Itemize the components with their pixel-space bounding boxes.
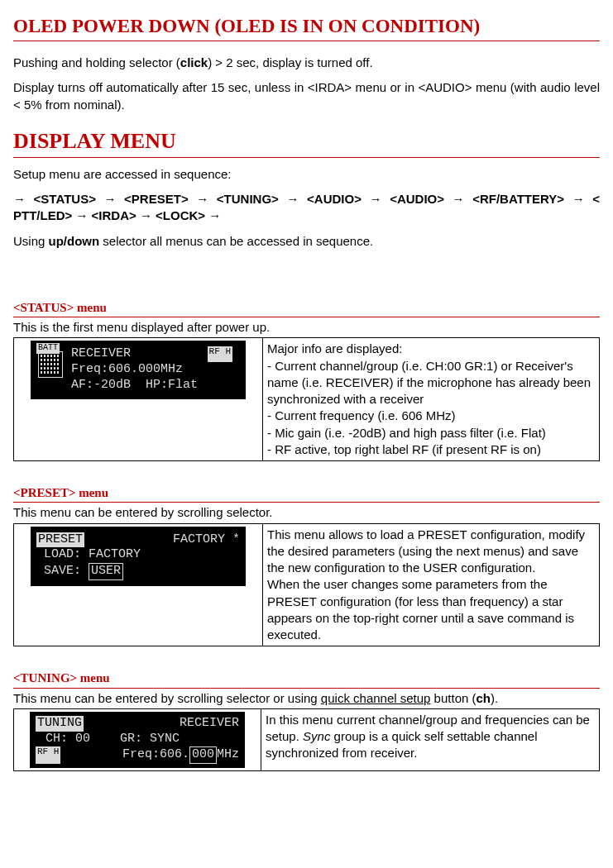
status-lcd: BATT RECEIVER RF H [31, 341, 246, 398]
tuning-lcd-cell: TUNING RECEIVER CH: 00 GR: SYNC RF H Fre… [14, 708, 261, 770]
lcd-receiver: RECEIVER [180, 716, 239, 732]
menu-sequence: → <STATUS> → <PRESET> → <TUNING> → <AUDI… [13, 191, 600, 225]
paragraph-push-hold: Pushing and holding selector (click) > 2… [13, 55, 600, 71]
preset-desc-cell: This menu allows to load a PRESET config… [263, 523, 600, 646]
lcd-load: LOAD: [44, 547, 81, 561]
paragraph-auto-off: Display turns off automatically after 15… [13, 79, 600, 113]
paragraph-setup-intro: Setup menu are accessed in sequence: [13, 166, 600, 183]
battery-icon: BATT [36, 346, 66, 378]
lcd-factory-star: FACTORY * [173, 532, 240, 548]
lcd-af-line: AF:-20dB HP:Flat [71, 378, 232, 393]
lcd-freq-box: 000 [189, 746, 217, 764]
status-desc-cell: Major info are displayed: - Current chan… [263, 338, 600, 461]
heading-display-menu: DISPLAY MENU [13, 126, 600, 158]
text: Pushing and holding selector ( [13, 55, 180, 69]
text: button ( [430, 691, 476, 705]
text: selector all menus can be accessed in se… [99, 234, 373, 248]
heading-tuning-menu: <TUNING> menu [13, 670, 600, 688]
tuning-lcd: TUNING RECEIVER CH: 00 GR: SYNC RF H Fre… [30, 712, 245, 768]
lcd-rf-label: RF H [208, 346, 232, 362]
tuning-table: TUNING RECEIVER CH: 00 GR: SYNC RF H Fre… [13, 708, 600, 771]
paragraph-updown: Using up/down selector all menus can be … [13, 233, 600, 250]
lcd-receiver: RECEIVER [71, 346, 131, 362]
lcd-rf-label: RF H [36, 746, 60, 764]
preset-lcd-cell: PRESET FACTORY * LOAD: FACTORY SAVE: USE… [14, 523, 263, 646]
lcd-freq-c: MHz [217, 747, 239, 761]
text-italic: Sync [303, 729, 330, 743]
preset-lcd: PRESET FACTORY * LOAD: FACTORY SAVE: USE… [31, 527, 246, 586]
tuning-desc-cell: In this menu current channel/group and f… [261, 708, 600, 770]
lcd-preset-label: PRESET [36, 532, 84, 548]
preset-table: PRESET FACTORY * LOAD: FACTORY SAVE: USE… [13, 523, 600, 647]
text-tuning-intro: This menu can be entered by scrolling se… [13, 690, 600, 707]
text: ) > 2 sec, display is turned off. [208, 55, 372, 69]
text: Using [13, 234, 49, 248]
lcd-load-value: FACTORY [89, 547, 141, 561]
lcd-freq-a: Freq:606. [115, 747, 189, 761]
lcd-save-value: USER [89, 563, 123, 580]
lcd-save: SAVE: [44, 564, 81, 578]
heading-oled-power-down: OLED POWER DOWN (OLED IS IN ON CONDITION… [13, 13, 600, 41]
lcd-ch-gr-line: CH: 00 GR: SYNC [36, 732, 239, 747]
status-lcd-cell: BATT RECEIVER RF H [14, 338, 263, 461]
text-underline: quick channel setup [321, 691, 431, 705]
heading-status-menu: <STATUS> menu [13, 299, 600, 317]
status-table: BATT RECEIVER RF H [13, 337, 600, 461]
text-bold: ch [477, 691, 491, 705]
text: ). [491, 691, 498, 705]
text-bold: up/down [49, 234, 100, 248]
text: This menu can be entered by scrolling se… [13, 691, 321, 705]
text-status-intro: This is the first menu displayed after p… [13, 319, 600, 336]
lcd-freq-line: Freq:606.000MHz [71, 362, 232, 378]
heading-preset-menu: <PRESET> menu [13, 484, 600, 503]
text-bold: click [180, 55, 208, 69]
text-preset-intro: This menu can be entered by scrolling se… [13, 504, 600, 521]
lcd-tuning-label: TUNING [36, 716, 84, 732]
